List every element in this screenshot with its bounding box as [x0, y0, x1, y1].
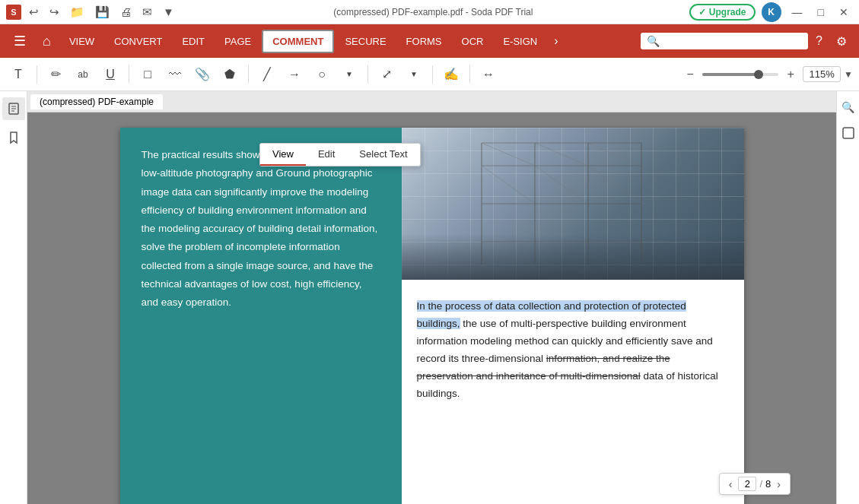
menu-ocr[interactable]: OCR: [453, 31, 493, 52]
svg-rect-18: [843, 128, 854, 138]
menu-comment[interactable]: COMMENT: [262, 30, 334, 53]
tab-bar: (compressed) PDF-example: [27, 91, 836, 113]
zoom-dropdown-btn[interactable]: ▼: [844, 69, 853, 80]
svg-line-13: [535, 143, 588, 166]
menu-esign[interactable]: E-SIGN: [494, 31, 546, 52]
home-menu[interactable]: ⌂: [35, 29, 59, 54]
box-tool-btn[interactable]: □: [135, 62, 160, 87]
page-next-btn[interactable]: ›: [774, 478, 784, 490]
title-bar: S ↩ ↪ 📁 💾 🖨 ✉ ▼ (compressed) PDF-example…: [0, 0, 859, 24]
redo-btn[interactable]: ↪: [46, 4, 62, 21]
area-dropdown-btn[interactable]: ▼: [402, 62, 426, 87]
minimize-btn[interactable]: —: [787, 5, 807, 20]
arrow-tool-btn[interactable]: →: [282, 62, 307, 87]
svg-line-14: [588, 143, 641, 166]
doc-scroll[interactable]: The practical results show that through …: [27, 113, 836, 504]
search-icon: 🔍: [647, 35, 660, 47]
svg-line-16: [535, 166, 588, 204]
zoom-plus-btn[interactable]: +: [781, 65, 800, 84]
zoom-controls: − + 115% ▼: [681, 65, 853, 84]
menu-view[interactable]: VIEW: [60, 31, 103, 52]
context-menu-view[interactable]: View: [260, 144, 306, 166]
zoom-minus-btn[interactable]: −: [681, 65, 699, 84]
settings-icon[interactable]: ⚙: [830, 31, 853, 52]
menu-more-btn[interactable]: ›: [548, 30, 564, 52]
undo-btn[interactable]: ↩: [26, 4, 42, 21]
text-tool-btn[interactable]: T: [6, 62, 30, 87]
zoom-slider-thumb[interactable]: [754, 70, 763, 79]
toolbar-divider-1: [37, 65, 37, 84]
doc-right-column: In the process of data collection and pr…: [402, 128, 744, 504]
search-box[interactable]: 🔍: [641, 33, 808, 49]
doc-area: (compressed) PDF-example View Edit Selec…: [27, 91, 836, 504]
title-bar-right: ✓ Upgrade K — □ ✕: [689, 2, 853, 22]
app-logo: S: [6, 5, 21, 20]
tab-pdf-example[interactable]: (compressed) PDF-example: [30, 94, 163, 109]
email-btn[interactable]: ✉: [139, 4, 155, 21]
stamp-tool-btn[interactable]: ⬟: [218, 62, 242, 87]
zoom-value[interactable]: 115%: [803, 66, 841, 82]
sidebar-bookmark-icon[interactable]: [2, 126, 25, 149]
doc-text-area: In the process of data collection and pr…: [402, 280, 744, 504]
toolbar-divider-6: [469, 65, 470, 84]
zoom-slider[interactable]: [702, 73, 778, 76]
freehand-tool-btn[interactable]: 〰: [163, 62, 187, 87]
save-btn[interactable]: 💾: [92, 4, 113, 21]
file-title: (compressed) PDF-example.pdf - Soda PDF …: [177, 7, 689, 17]
help-icon[interactable]: ?: [810, 31, 829, 51]
context-menu-select-text[interactable]: Select Text: [347, 144, 419, 166]
ellipse-tool-btn[interactable]: ○: [310, 62, 334, 87]
doc-page: The practical results show that through …: [120, 128, 744, 504]
toolbar-divider-3: [248, 65, 249, 84]
page-prev-btn[interactable]: ‹: [726, 478, 736, 490]
menu-secure[interactable]: SECURE: [336, 31, 395, 52]
toolbar-divider-4: [367, 65, 368, 84]
page-navigation: ‹ 2 / 8 ›: [719, 473, 791, 495]
menu-convert[interactable]: CONVERT: [105, 31, 171, 52]
measure-tool-btn[interactable]: ↔: [476, 62, 501, 87]
doc-image-overlay: [402, 234, 744, 280]
maximize-btn[interactable]: □: [813, 5, 829, 20]
upgrade-check-icon: ✓: [698, 7, 706, 17]
title-bar-left: S ↩ ↪ 📁 💾 🖨 ✉ ▼: [6, 4, 177, 21]
toolbar-divider-5: [432, 65, 433, 84]
main-layout: (compressed) PDF-example View Edit Selec…: [0, 91, 859, 504]
context-menu-edit[interactable]: Edit: [306, 144, 347, 166]
clip-tool-btn[interactable]: 📎: [190, 62, 215, 87]
doc-right-text: In the process of data collection and pr…: [417, 298, 729, 403]
menu-edit[interactable]: EDIT: [173, 31, 214, 52]
print-btn[interactable]: 🖨: [117, 4, 135, 20]
right-panel: 🔍: [836, 91, 859, 504]
search-input[interactable]: [664, 36, 802, 47]
menu-bar: ☰ ⌂ VIEW CONVERT EDIT PAGE COMMENT SECUR…: [0, 24, 859, 58]
svg-line-15: [482, 166, 535, 204]
sign-tool-btn[interactable]: ✍: [439, 62, 463, 87]
underline-tool-btn[interactable]: U: [98, 62, 122, 87]
toolbar: T ✏ ab U □ 〰 📎 ⬟ ╱ → ○ ▼ ⤢ ▼ ✍ ↔ − + 115…: [0, 58, 859, 91]
context-menu: View Edit Select Text: [259, 143, 421, 166]
hamburger-menu[interactable]: ☰: [6, 28, 33, 54]
upgrade-button[interactable]: ✓ Upgrade: [689, 4, 756, 21]
open-btn[interactable]: 📁: [67, 4, 87, 21]
zoom-slider-fill: [702, 73, 756, 76]
sidebar-pages-icon[interactable]: [2, 97, 25, 120]
toolbar-divider-2: [129, 65, 129, 84]
highlight-tool-btn[interactable]: ab: [71, 62, 95, 87]
menu-page[interactable]: PAGE: [215, 31, 260, 52]
shape-dropdown-btn[interactable]: ▼: [337, 62, 361, 87]
right-search-icon[interactable]: 🔍: [838, 97, 858, 117]
svg-line-17: [588, 166, 641, 204]
area-tool-btn[interactable]: ⤢: [374, 62, 399, 87]
right-expand-icon[interactable]: [838, 123, 858, 143]
page-current[interactable]: 2: [738, 477, 756, 491]
avatar[interactable]: K: [762, 2, 781, 22]
doc-left-column: The practical results show that through …: [120, 128, 402, 504]
svg-line-12: [482, 143, 535, 166]
line-tool-btn[interactable]: ╱: [255, 62, 279, 87]
close-btn[interactable]: ✕: [835, 5, 853, 20]
page-separator: /: [759, 478, 762, 490]
doc-image: [402, 128, 744, 280]
pen-tool-btn[interactable]: ✏: [43, 62, 68, 87]
more-btn[interactable]: ▼: [160, 4, 177, 20]
menu-forms[interactable]: FORMS: [397, 31, 451, 52]
